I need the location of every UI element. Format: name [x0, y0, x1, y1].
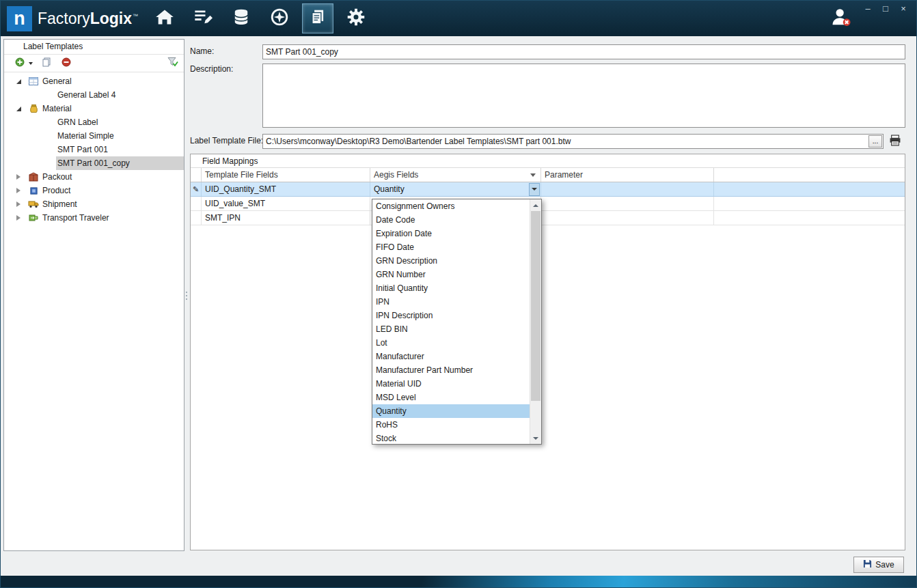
expander-closed-icon[interactable] — [16, 201, 23, 207]
settings-nav-button[interactable] — [340, 3, 372, 33]
dropdown-option[interactable]: LED BIN — [372, 322, 530, 336]
tree-item-smt-part-001-copy[interactable]: SMT Part 001_copy — [4, 156, 184, 170]
minimize-button[interactable]: – — [863, 3, 873, 14]
combobox-dropdown-button[interactable] — [529, 183, 540, 196]
dropdown-scrollbar[interactable] — [530, 199, 541, 444]
dropdown-option[interactable]: Consignment Owners — [372, 199, 530, 213]
template-editor: Name: Description: Label Template File: … — [189, 39, 905, 550]
tree-item-grn-label[interactable]: GRN Label — [4, 115, 184, 129]
expander-open-icon[interactable] — [16, 107, 23, 111]
tree-item-general-label-4[interactable]: General Label 4 — [4, 88, 184, 102]
label-templates-panel: Label Templates General General Label 4 … — [3, 39, 184, 551]
tree-item-label: Transport Traveler — [42, 213, 109, 223]
tree-item-transport-traveler[interactable]: Transport Traveler — [4, 211, 184, 225]
dropdown-option[interactable]: Material UID — [372, 377, 530, 391]
dropdown-option[interactable]: IPN Description — [372, 309, 530, 322]
parameter-cell[interactable] — [541, 197, 714, 210]
home-nav-button[interactable] — [149, 3, 180, 33]
aegis-fields-header[interactable]: Aegis Fields — [370, 168, 541, 182]
dropdown-option[interactable]: MSD Level — [372, 391, 530, 404]
shipment-category-icon — [28, 200, 39, 208]
parameter-cell[interactable] — [541, 182, 714, 196]
tree-item-packout[interactable]: Packout — [4, 170, 184, 184]
user-remove-icon — [831, 18, 851, 29]
save-button[interactable]: Save — [853, 557, 904, 573]
filter-caret-icon[interactable] — [530, 173, 536, 177]
template-field-cell[interactable]: UID_value_SMT — [202, 197, 370, 210]
user-account-button[interactable] — [831, 7, 851, 30]
mapping-row-smt-ipn[interactable]: SMT_IPN — [191, 211, 905, 225]
data-nav-button[interactable] — [225, 3, 257, 33]
field-mappings-title: Field Mappings — [191, 154, 905, 168]
scroll-down-button[interactable] — [530, 432, 541, 444]
dropdown-option[interactable]: RoHS — [372, 418, 530, 432]
template-field-cell[interactable]: SMT_IPN — [202, 211, 370, 225]
tree-item-material-simple[interactable]: Material Simple — [4, 129, 184, 143]
planning-nav-button[interactable] — [187, 3, 219, 33]
tree-item-label: Material — [42, 104, 72, 113]
parameter-header[interactable]: Parameter — [541, 168, 714, 182]
close-button[interactable]: × — [899, 3, 908, 14]
description-input[interactable] — [262, 64, 905, 128]
filter-button[interactable] — [167, 57, 178, 70]
copy-template-button[interactable] — [42, 57, 51, 70]
expander-open-icon[interactable] — [16, 79, 23, 84]
template-file-fields-header[interactable]: Template File Fields — [202, 168, 370, 182]
expander-closed-icon[interactable] — [16, 174, 23, 180]
scroll-up-button[interactable] — [530, 199, 541, 211]
dropdown-option[interactable]: Date Code — [372, 213, 530, 227]
empty-header — [714, 168, 905, 182]
main-nav — [149, 1, 372, 36]
dropdown-option[interactable]: GRN Number — [372, 268, 530, 281]
database-icon — [232, 8, 250, 29]
template-field-cell[interactable]: UID_Quantity_SMT — [202, 182, 370, 196]
dropdown-option[interactable]: FIFO Date — [372, 240, 530, 254]
delete-template-button[interactable] — [61, 57, 71, 70]
expander-closed-icon[interactable] — [16, 188, 23, 193]
row-edit-indicator: ✎ — [191, 182, 202, 196]
home-icon — [155, 9, 174, 28]
name-input[interactable] — [262, 44, 905, 59]
tree-item-general[interactable]: General — [4, 74, 184, 88]
expander-closed-icon[interactable] — [16, 215, 23, 221]
parameter-cell[interactable] — [541, 211, 714, 225]
save-disk-icon — [863, 559, 872, 570]
status-bar — [1, 576, 916, 587]
dropdown-option[interactable]: IPN — [372, 295, 530, 309]
scrollbar-thumb[interactable] — [531, 211, 540, 401]
tree-item-shipment[interactable]: Shipment — [4, 197, 184, 211]
dropdown-option[interactable]: Lot — [372, 336, 530, 350]
dropdown-option[interactable]: Expiration Date — [372, 227, 530, 240]
dropdown-option-selected[interactable]: Quantity — [372, 404, 530, 418]
dropdown-option[interactable]: Initial Quantity — [372, 281, 530, 295]
dropdown-option[interactable]: Stock — [372, 432, 530, 444]
print-button[interactable] — [888, 135, 903, 148]
aegis-field-combobox[interactable]: Quantity — [370, 182, 541, 196]
tree-item-product[interactable]: Product — [4, 184, 184, 197]
label-templates-nav-button[interactable] — [302, 3, 333, 33]
maximize-button[interactable]: □ — [881, 3, 890, 14]
add-template-button[interactable] — [15, 57, 25, 70]
tree-item-material[interactable]: Material — [4, 102, 184, 115]
chevron-up-icon — [533, 204, 538, 207]
sidebar-title: Label Templates — [4, 40, 184, 55]
dropdown-option[interactable]: Manufacturer Part Number — [372, 363, 530, 377]
dropdown-option[interactable]: Manufacturer — [372, 350, 530, 363]
printer-icon — [889, 135, 901, 148]
mapping-row-uid-value-smt[interactable]: UID_value_SMT — [191, 197, 905, 211]
transport-traveler-category-icon — [28, 213, 39, 223]
navigation-nav-button[interactable] — [264, 3, 295, 33]
add-dropdown-caret-icon[interactable] — [29, 62, 33, 65]
name-label: Name: — [190, 46, 214, 56]
documents-icon — [309, 8, 327, 29]
mapping-row-uid-quantity-smt[interactable]: ✎ UID_Quantity_SMT Quantity — [191, 182, 905, 197]
tree-item-smt-part-001[interactable]: SMT Part 001 — [4, 143, 184, 156]
tree-item-label: Packout — [42, 172, 72, 182]
dropdown-option[interactable]: GRN Description — [372, 254, 530, 268]
general-category-icon — [28, 77, 39, 85]
file-path-field[interactable]: C:\Users\mconway\Desktop\R3 Demo\Bartend… — [262, 134, 884, 149]
chevron-down-icon — [533, 437, 538, 440]
panel-splitter[interactable] — [184, 286, 189, 305]
brand-factory: Factory — [38, 10, 90, 27]
browse-button[interactable]: ... — [868, 135, 882, 148]
